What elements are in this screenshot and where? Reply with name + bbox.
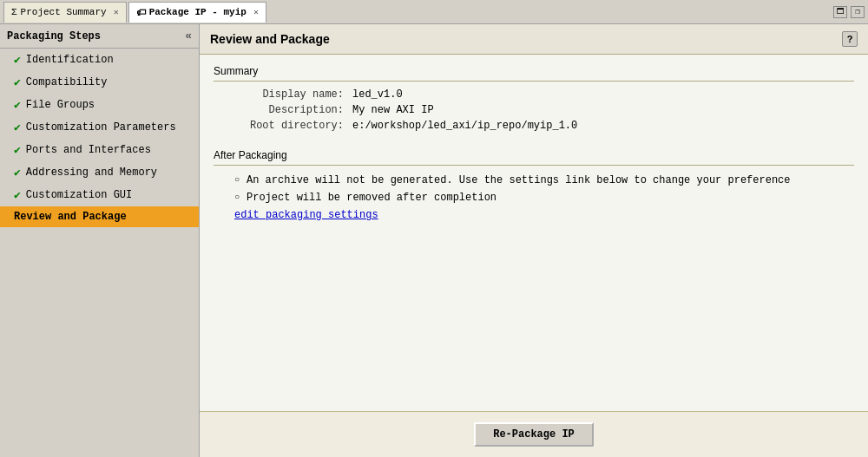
tab-package-ip-close[interactable]: ✕ [253, 7, 259, 17]
summary-row-display-name: Display name: led_v1.0 [231, 88, 854, 101]
sidebar-item-identification[interactable]: ✔ Identification [0, 49, 199, 71]
sidebar-title: Packaging Steps [7, 30, 101, 42]
restore-button[interactable]: ❐ [851, 6, 865, 18]
root-directory-value: e:/workshop/led_axi/ip_repo/myip_1.0 [352, 120, 577, 132]
display-name-value: led_v1.0 [352, 88, 403, 101]
package-icon: 🏷 [136, 7, 146, 18]
summary-table: Display name: led_v1.0 Description: My n… [231, 88, 854, 132]
repackage-ip-button[interactable]: Re-Package IP [474, 422, 594, 447]
content-footer: Re-Package IP [200, 411, 868, 457]
content-title: Review and Package [210, 32, 330, 46]
bullet-text-archive: An archive will not be generated. Use th… [247, 174, 791, 186]
sidebar-item-review-and-package[interactable]: Review and Package [0, 206, 199, 227]
summary-row-root-directory: Root directory: e:/workshop/led_axi/ip_r… [231, 120, 854, 132]
sidebar-item-file-groups[interactable]: ✔ File Groups [0, 94, 199, 116]
check-icon-ports-and-interfaces: ✔ [14, 143, 21, 157]
sidebar-item-file-groups-label: File Groups [26, 99, 95, 111]
sidebar-item-review-and-package-label: Review and Package [14, 211, 127, 223]
sidebar-item-customization-gui-label: Customization GUI [26, 189, 132, 201]
summary-row-description: Description: My new AXI IP [231, 104, 854, 116]
sidebar-header: Packaging Steps « [0, 24, 199, 49]
check-icon-compatibility: ✔ [14, 75, 21, 89]
description-label: Description: [231, 104, 344, 116]
help-button[interactable]: ? [842, 31, 858, 47]
bullet-icon-project: ○ [234, 193, 240, 202]
edit-packaging-settings-link[interactable]: edit packaging settings [234, 209, 378, 221]
sidebar-item-identification-label: Identification [26, 54, 114, 66]
root-directory-label: Root directory: [231, 120, 344, 132]
window-controls: 🗖 ❐ [833, 6, 865, 18]
display-name-label: Display name: [231, 88, 344, 101]
sidebar-item-addressing-and-memory-label: Addressing and Memory [26, 166, 157, 179]
sidebar-item-customization-parameters-label: Customization Parameters [26, 121, 176, 134]
sigma-icon: Σ [11, 7, 17, 17]
sidebar-item-customization-parameters[interactable]: ✔ Customization Parameters [0, 116, 199, 139]
tab-project-summary-close[interactable]: ✕ [114, 7, 119, 17]
check-icon-customization-gui: ✔ [14, 188, 21, 202]
check-icon-file-groups: ✔ [14, 98, 21, 112]
sidebar-item-ports-and-interfaces[interactable]: ✔ Ports and Interfaces [0, 139, 199, 161]
sidebar-item-ports-and-interfaces-label: Ports and Interfaces [26, 144, 151, 156]
bullet-item-archive: ○ An archive will not be generated. Use … [234, 174, 854, 186]
check-icon-customization-parameters: ✔ [14, 121, 21, 134]
sidebar-item-compatibility-label: Compatibility [26, 76, 108, 88]
after-packaging-section: After Packaging ○ An archive will not be… [214, 149, 854, 221]
tab-package-ip-label: Package IP - myip [149, 7, 247, 17]
tab-project-summary[interactable]: Σ Project Summary ✕ [3, 2, 127, 23]
content-area: Review and Package ? Summary Display nam… [200, 24, 868, 457]
sidebar: Packaging Steps « ✔ Identification ✔ Com… [0, 24, 200, 457]
content-body: Summary Display name: led_v1.0 Descripti… [200, 55, 868, 411]
after-packaging-title: After Packaging [214, 149, 854, 166]
description-value: My new AXI IP [352, 104, 434, 116]
sidebar-item-customization-gui[interactable]: ✔ Customization GUI [0, 184, 199, 206]
sidebar-item-addressing-and-memory[interactable]: ✔ Addressing and Memory [0, 161, 199, 184]
bullet-item-project: ○ Project will be removed after completi… [234, 192, 854, 204]
content-header: Review and Package ? [200, 24, 868, 55]
bullet-text-project: Project will be removed after completion [247, 192, 496, 204]
sidebar-collapse-button[interactable]: « [185, 29, 192, 42]
check-icon-identification: ✔ [14, 53, 21, 67]
bullet-icon-archive: ○ [234, 175, 240, 185]
main-container: Packaging Steps « ✔ Identification ✔ Com… [0, 24, 868, 457]
tab-project-summary-label: Project Summary [21, 7, 107, 17]
check-icon-addressing-and-memory: ✔ [14, 166, 21, 180]
minimize-button[interactable]: 🗖 [833, 6, 847, 18]
summary-section-title: Summary [214, 65, 854, 82]
sidebar-item-compatibility[interactable]: ✔ Compatibility [0, 71, 199, 94]
title-bar: Σ Project Summary ✕ 🏷 Package IP - myip … [0, 0, 868, 24]
tab-package-ip[interactable]: 🏷 Package IP - myip ✕ [128, 2, 266, 23]
